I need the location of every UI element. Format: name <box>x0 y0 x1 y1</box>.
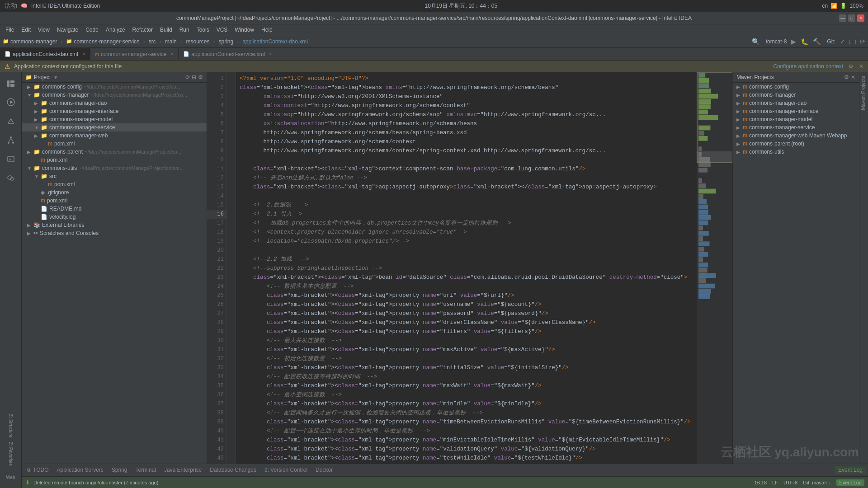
git-update[interactable]: ↓ <box>848 38 851 45</box>
menu-item-code[interactable]: Code <box>82 26 102 34</box>
maven-item-commons-manager-model[interactable]: ▶ m commons-manager-model <box>733 115 859 123</box>
sidebar-git-icon[interactable] <box>2 131 20 149</box>
code-line-26[interactable]: class="xml-bracket"><class="xml-tag">pro… <box>240 300 693 309</box>
tree-item-model[interactable]: ▶ 📁 commons-manager-model <box>22 115 207 123</box>
nav-breadcrumb-src[interactable]: src <box>149 38 156 45</box>
event-log-button[interactable]: Event Log <box>836 479 864 486</box>
code-line-38[interactable]: <!-- 配置间隔多久才进行一次检测，检测需要关闭的空闲连接，单位是毫秒 --> <box>240 408 693 418</box>
code-line-17[interactable]: <!-- 加载db.properties文件中的内容，db.properties… <box>240 219 693 228</box>
nav-breadcrumb-resources[interactable]: resources <box>186 38 210 45</box>
code-line-20[interactable] <box>240 246 693 255</box>
debug-button[interactable]: 🐛 <box>801 38 808 45</box>
code-line-39[interactable]: class="xml-bracket"><class="xml-tag">pro… <box>240 418 693 427</box>
menu-item-build[interactable]: Build <box>156 26 176 34</box>
code-line-28[interactable]: class="xml-bracket"><class="xml-tag">pro… <box>240 318 693 327</box>
tree-item-web[interactable]: ▶ 📁 commons-manager-web <box>22 131 207 140</box>
bottom-tab-java-ent[interactable]: Java Enterprise <box>160 466 205 474</box>
tree-item-src[interactable]: ▼ 📁 src <box>22 172 207 180</box>
git-checkmark[interactable]: ✓ <box>840 38 845 45</box>
menu-item-navigate[interactable]: Navigate <box>53 26 82 34</box>
menu-item-edit[interactable]: Edit <box>18 26 34 34</box>
code-line-22[interactable]: <!--suppress SpringFacetInspection --> <box>240 264 693 273</box>
code-line-36[interactable]: <!-- 最小空闲连接数 --> <box>240 390 693 399</box>
configure-link[interactable]: Configure application context <box>773 63 843 70</box>
tree-item-commons-manager[interactable]: ▼ 📁 commons-manager ~/IdeaProjects/commo… <box>22 91 207 99</box>
nav-breadcrumb-commons-manager[interactable]: 📁 commons-manager <box>3 38 57 45</box>
maven-item-commons-manager-web-maven-webapp[interactable]: ▶ m commons-manager-web Maven Webapp <box>733 131 859 140</box>
maven-projects-vert-label[interactable]: Maven Projects <box>859 72 868 114</box>
code-line-16[interactable]: <!--2.1 引入--> <box>240 210 693 219</box>
tree-item-gitignore[interactable]: ◆ .gitignore <box>22 188 207 197</box>
tree-item-pom2[interactable]: m pom.xml <box>22 156 207 164</box>
code-line-14[interactable] <box>240 192 693 201</box>
tree-item-utils[interactable]: ▼ 📁 commons-utils ~/IdeaProjects/commonM… <box>22 164 207 172</box>
code-line-35[interactable]: class="xml-bracket"><class="xml-tag">pro… <box>240 381 693 390</box>
code-line-5[interactable]: xmlns:aop="http://www.springframework.or… <box>240 110 693 119</box>
code-line-15[interactable]: <!--2.数据源 --> <box>240 201 693 210</box>
code-line-3[interactable]: xmlns:xsi="http://www.w3.org/2001/XMLSch… <box>240 92 693 101</box>
menu-item-vcs[interactable]: VCS <box>213 26 231 34</box>
code-line-24[interactable]: <!-- 数据库基本信息配置 --> <box>240 282 693 291</box>
minimize-button[interactable]: — <box>839 14 846 22</box>
sidebar-web-icon[interactable]: Web <box>2 468 20 486</box>
maximize-button[interactable]: □ <box>848 14 855 22</box>
code-line-23[interactable]: class="xml-bracket"><class="xml-tag">bea… <box>240 273 693 282</box>
code-line-25[interactable]: class="xml-bracket"><class="xml-tag">pro… <box>240 291 693 300</box>
maven-item-commons-manager-interface[interactable]: ▶ m commons-manager-interface <box>733 107 859 115</box>
code-line-34[interactable]: <!-- 配置获取连接等待超时的时间 --> <box>240 372 693 381</box>
code-line-41[interactable]: class="xml-bracket"><class="xml-tag">pro… <box>240 436 693 445</box>
tab-close-service-xml[interactable]: ✕ <box>269 52 272 56</box>
menu-item-window[interactable]: Window <box>231 26 258 34</box>
tree-item-commons-config[interactable]: ▶ 📁 commons-config ~/IdeaProjects/common… <box>22 83 207 91</box>
git-push[interactable]: ↑ <box>854 38 857 45</box>
code-content[interactable]: <?xml version="1.0" encoding="UTF-8"?>cl… <box>236 72 696 464</box>
nav-breadcrumb-spring[interactable]: spring <box>218 38 233 45</box>
code-line-30[interactable]: <!-- 最大并发连接数 --> <box>240 336 693 345</box>
code-line-7[interactable]: http://www.springframework.org/schema/be… <box>240 128 693 137</box>
sidebar-run-icon[interactable] <box>2 93 20 111</box>
maven-item-commons-utils[interactable]: ▶ m commons-utils <box>733 148 859 156</box>
configure-gear[interactable]: ⚙ <box>849 63 854 70</box>
bottom-tab-spring[interactable]: Spring <box>108 466 131 474</box>
code-line-33[interactable]: class="xml-bracket"><class="xml-tag">pro… <box>240 363 693 372</box>
warning-close[interactable]: ✕ <box>859 63 863 70</box>
tree-item-service[interactable]: ▼ 📁 commons-manager-service <box>22 123 207 131</box>
build-button[interactable]: 🔨 <box>813 38 821 45</box>
tab-dao-xml[interactable]: 📄 applicationContext-dao.xml ✕ <box>0 48 90 60</box>
maven-item-commons-parent-(root)[interactable]: ▶ m commons-parent (root) <box>733 140 859 148</box>
bottom-tab-docker[interactable]: Docker <box>312 466 336 474</box>
tree-item-ext-libs[interactable]: ▶ 📚 External Libraries <box>22 221 207 229</box>
tree-item-scratches[interactable]: ▶ ✂ Scratches and Consoles <box>22 229 207 237</box>
tab-service[interactable]: m commons-manager-service ✕ <box>90 48 179 60</box>
nav-breadcrumb-main[interactable]: main <box>165 38 177 45</box>
code-line-10[interactable] <box>240 155 693 164</box>
code-line-32[interactable]: <!-- 初始化连接数量 --> <box>240 354 693 363</box>
sidebar-debug-icon[interactable] <box>2 112 20 130</box>
git-history[interactable]: ⟳ <box>860 38 865 45</box>
code-line-2[interactable]: class="xml-bracket"><class="xml-tag">bea… <box>240 83 693 92</box>
project-dropdown[interactable]: ▼ <box>53 75 58 80</box>
menu-item-file[interactable]: File <box>2 26 18 34</box>
bottom-tab-todo[interactable]: 6: TODO <box>24 466 52 474</box>
activity-label[interactable]: 活动 <box>5 2 17 10</box>
tab-service-xml[interactable]: 📄 applicationContext-service.xml ✕ <box>179 48 277 60</box>
settings-icon[interactable]: ⚙ <box>198 74 203 80</box>
code-line-37[interactable]: class="xml-bracket"><class="xml-tag">pro… <box>240 399 693 408</box>
tree-item-interface[interactable]: ▶ 📁 commons-manager-interface <box>22 107 207 115</box>
menu-item-tools[interactable]: Tools <box>193 26 213 34</box>
bottom-tab-terminal[interactable]: Terminal <box>132 466 160 474</box>
menu-item-help[interactable]: Help <box>258 26 276 34</box>
sidebar-structure-icon[interactable]: Z: Structure <box>2 412 20 439</box>
run-button[interactable]: ▶ <box>791 38 796 45</box>
maven-item-commons-config[interactable]: ▶ m commons-config <box>733 83 859 91</box>
maven-item-commons-manager-service[interactable]: ▶ m commons-manager-service <box>733 123 859 131</box>
code-line-29[interactable]: class="xml-bracket"><class="xml-tag">pro… <box>240 327 693 336</box>
code-line-12[interactable]: <!-- 开启aop注解方式,默认为false --> <box>240 174 693 183</box>
code-line-27[interactable]: class="xml-bracket"><class="xml-tag">pro… <box>240 309 693 318</box>
code-line-6[interactable]: xsi:schemaLocation="http://www.springfra… <box>240 119 693 128</box>
code-line-40[interactable]: <!-- 配置一个连接在池中最小生存的时间，单位是毫秒 --> <box>240 427 693 436</box>
maven-settings-icon[interactable]: ⚙ <box>844 74 849 80</box>
tree-item-readme[interactable]: 📄 README.md <box>22 205 207 213</box>
tab-close-service[interactable]: ✕ <box>170 52 174 56</box>
code-line-13[interactable]: class="xml-bracket"><class="xml-tag">aop… <box>240 183 693 192</box>
